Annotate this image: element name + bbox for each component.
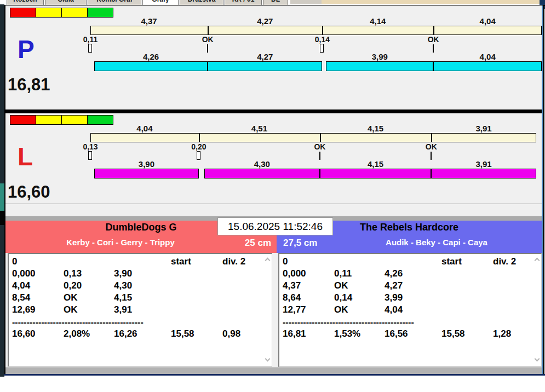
cell: OK [64,292,78,303]
legend-block-0 [10,8,36,18]
legend-block-3 [87,115,113,125]
lane-total-time: 16,60 [8,182,50,202]
status-bar [5,367,542,374]
split-time-label: 4,27 [243,16,287,26]
split-time-label: 4,04 [466,16,509,26]
cell: OK [64,304,78,315]
scroll-down-icon[interactable] [535,356,540,362]
table-summary-row: 16,811,53%16,5615,581,28 [279,328,541,341]
legend-row [10,115,113,125]
tab-kombi-graf[interactable]: Kombi Graf [88,0,141,5]
split-time-label: 4,04 [123,124,167,133]
clean-time-label: 3,91 [462,159,506,169]
ok-marker-tick [431,152,432,160]
legend-block-2 [61,8,88,18]
clean-time-label: 3,99 [358,52,401,61]
ok-marker-tick [433,44,434,53]
cell: 16,56 [385,328,408,339]
datetime-display: 15.06.2025 11:52:46 [217,217,333,235]
cell: 2,08% [64,328,90,339]
cell: 4,30 [114,280,132,291]
cell: 4,04 [12,280,30,291]
run-table-left[interactable]: 0startdiv. 20,0000,133,904,040,204,308,5… [8,253,272,367]
cell: start [441,256,462,267]
event-label-fault: 0,11 [74,35,107,44]
clean-bar-segment [94,169,199,178]
split-bar [90,133,536,142]
tab-kr-01[interactable]: KR / 01 [225,0,262,5]
lane-total-time: 16,81 [8,75,50,95]
background-titlebar-strip [322,0,540,4]
cell: 3,99 [385,292,403,303]
flyball-timing-window: RozběhČidlaKombi GrafGrafyDružstvaKR / 0… [0,0,545,392]
table-row: 12,77OK4,04 [279,304,541,316]
clean-bar-segment [431,169,536,178]
table-row: 0,0000,114,26 [279,268,541,280]
team-size-left: 25 cm [222,238,271,249]
ok-marker-tick [207,44,208,53]
cell: start [171,256,191,267]
cell: 12,77 [283,304,306,315]
table-row: 0,0000,133,90 [9,268,272,280]
clean-bar-segment [320,169,431,178]
legend-block-2 [61,115,88,125]
lane-divider [5,109,542,113]
split-time-label: 4,37 [127,16,171,26]
cell: 0,13 [64,268,82,279]
cell: 4,27 [385,280,403,291]
split-divider [431,134,432,142]
event-label-ok: OK [191,35,224,44]
legend-block-1 [36,115,62,125]
cell: 8,54 [12,292,30,303]
event-label-ok: OK [415,142,448,151]
split-divider [199,134,200,142]
split-time-label: 4,51 [237,124,281,133]
clean-bar-segment [94,61,208,71]
tab-rozb-h[interactable]: Rozběh [7,0,44,5]
cell: 0,98 [222,328,240,339]
team-dogs-right: Audik - Beky - Capi - Caya [331,238,542,247]
clean-time-label: 4,04 [466,52,509,61]
background-window-edge-teal [0,183,4,211]
lane-letter: L [18,142,33,171]
fault-marker-box [197,151,200,160]
clean-bar-segment [204,169,320,178]
cell: 0,11 [334,268,352,279]
clean-time-label: 4,27 [243,52,287,61]
cell: 3,91 [114,304,132,315]
table-header-row: 0startdiv. 2 [279,256,541,268]
cell: 0 [12,256,17,267]
fault-marker-box [88,151,92,160]
tab-dl[interactable]: DL [263,0,288,5]
table-summary-row: 16,602,08%16,2615,580,98 [9,328,272,341]
split-time-label: 4,14 [356,16,400,26]
event-label-ok: OK [303,142,336,151]
cell: 12,69 [12,304,36,315]
tab-grafy[interactable]: Grafy [142,0,179,5]
run-table-right[interactable]: 0startdiv. 20,0000,114,264,37OK4,278,640… [278,253,542,367]
background-window-edge [0,4,4,377]
cell: 15,58 [171,328,194,339]
event-label-fault: 0,13 [74,142,107,151]
cell: 4,37 [283,280,301,291]
clean-time-label: 4,30 [240,159,284,169]
team-size-right: 27,5 cm [283,238,317,249]
clean-time-label: 3,90 [124,159,168,169]
cell: 16,26 [114,328,137,339]
cell: 1,53% [334,328,360,339]
lane-letter: P [18,34,35,64]
event-label-ok: OK [417,35,450,44]
event-label-fault: 0,20 [182,142,215,151]
tab-dru-stva[interactable]: Družstva [180,0,223,5]
lane-panel-right: P16,814,374,274,144,040,11OK0,14OK4,264,… [5,6,542,109]
tab-bar: RozběhČidlaKombi GrafGrafyDružstvaKR / 0… [4,0,292,5]
tab--idla[interactable]: Čidla [45,0,87,5]
scroll-down-icon[interactable] [265,356,271,362]
split-divider [322,26,323,34]
split-divider [208,26,209,34]
clean-bar-segment [433,61,542,71]
split-divider [433,26,434,34]
cell: 16,60 [12,328,36,339]
background-window-edge-black [0,211,4,225]
cell: 3,90 [114,268,132,279]
